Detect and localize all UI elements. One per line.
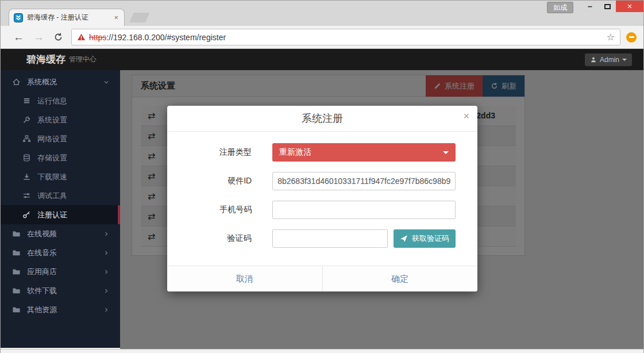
sidebar-item-register-auth[interactable]: 注册认证 bbox=[1, 205, 120, 224]
sidebar-item-label: 注册认证 bbox=[37, 210, 67, 220]
captcha-row: 验证码 获取验证码 bbox=[189, 229, 456, 248]
admin-user-menu[interactable]: Admin bbox=[585, 53, 632, 66]
register-type-label: 注册类型 bbox=[189, 147, 252, 158]
sidebar-item-label: 在线视频 bbox=[27, 229, 57, 239]
sliders-icon bbox=[22, 191, 32, 200]
home-icon bbox=[12, 78, 21, 86]
tab-close-icon[interactable]: × bbox=[113, 13, 119, 22]
minimize-button[interactable]: – bbox=[581, 1, 599, 12]
caret-down-icon bbox=[622, 59, 627, 61]
sidebar-item-app-store[interactable]: 应用商店 bbox=[1, 262, 120, 281]
wrench-icon bbox=[22, 116, 32, 124]
caret-down-icon bbox=[443, 151, 449, 154]
url-text: https://192.168.0.200/#system/register bbox=[89, 33, 226, 42]
sidebar-item-system-settings[interactable]: 系统设置 bbox=[1, 110, 120, 129]
hardware-id-label: 硬件ID bbox=[189, 176, 252, 186]
get-captcha-button[interactable]: 获取验证码 bbox=[394, 229, 456, 248]
folder-icon bbox=[12, 248, 21, 257]
chevron-right-icon bbox=[103, 268, 110, 275]
brand-title: 碧海缓存 bbox=[26, 53, 65, 66]
sidebar-item-online-video[interactable]: 在线视频 bbox=[1, 224, 120, 243]
sidebar-item-other-resources[interactable]: 其他资源 bbox=[1, 300, 120, 319]
tab-title: 碧海缓存 - 注册认证 bbox=[27, 13, 109, 22]
system-register-modal: 系统注册 × 注册类型 重新激活 硬件ID 手机号码 bbox=[167, 106, 477, 291]
sidebar-item-storage-settings[interactable]: 存储设置 bbox=[1, 148, 120, 167]
forward-button[interactable]: → bbox=[29, 32, 49, 43]
sidebar-item-online-music[interactable]: 在线音乐 bbox=[1, 243, 120, 262]
url-bar[interactable]: https://192.168.0.200/#system/register ☆ bbox=[71, 29, 620, 45]
phone-row: 手机号码 bbox=[189, 201, 456, 219]
hardware-id-input[interactable] bbox=[272, 172, 456, 190]
sidebar: 系统概况 运行信息 系统设置 网络设 bbox=[1, 70, 120, 348]
sidebar-item-system-overview[interactable]: 系统概况 bbox=[1, 72, 120, 91]
sidebar-item-debug-tools[interactable]: 调试工具 bbox=[1, 186, 120, 205]
confirm-button[interactable]: 确定 bbox=[323, 266, 478, 291]
paper-plane-icon bbox=[400, 235, 408, 243]
hardware-id-row: 硬件ID bbox=[189, 172, 456, 190]
app-header: 碧海缓存 管理中心 Admin bbox=[1, 49, 643, 70]
sidebar-item-label: 系统概况 bbox=[27, 77, 57, 87]
sidebar-item-label: 网络设置 bbox=[37, 134, 67, 144]
browser-tab[interactable]: 碧海缓存 - 注册认证 × bbox=[9, 9, 125, 26]
window-bottom-frame bbox=[1, 349, 643, 353]
titlebar: 碧海缓存 - 注册认证 × 如成 – × bbox=[1, 1, 643, 26]
chevron-right-icon bbox=[103, 231, 110, 237]
modal-close-icon[interactable]: × bbox=[463, 111, 469, 121]
register-type-select[interactable]: 重新激活 bbox=[272, 143, 456, 162]
sidebar-item-label: 存储设置 bbox=[37, 153, 67, 163]
back-button[interactable]: ← bbox=[9, 32, 29, 43]
sidebar-item-label: 调试工具 bbox=[37, 191, 67, 201]
download-icon bbox=[22, 172, 32, 181]
chevron-right-icon bbox=[103, 287, 110, 294]
chrome-profile-button[interactable]: 如成 bbox=[547, 2, 573, 13]
folder-icon bbox=[12, 267, 21, 276]
sidebar-item-label: 应用商店 bbox=[27, 267, 57, 277]
chevron-right-icon bbox=[103, 250, 110, 256]
sidebar-item-software-download[interactable]: 软件下载 bbox=[1, 281, 120, 300]
sidebar-item-network-settings[interactable]: 网络设置 bbox=[1, 129, 120, 148]
get-captcha-label: 获取验证码 bbox=[412, 233, 449, 244]
url-rest: ://192.168.0.200/#system/register bbox=[106, 33, 226, 42]
phone-input[interactable] bbox=[272, 201, 456, 219]
cancel-button[interactable]: 取消 bbox=[167, 266, 323, 291]
web-page: 碧海缓存 管理中心 Admin 系统概况 bbox=[1, 49, 643, 349]
sidebar-item-label: 系统设置 bbox=[37, 115, 67, 125]
modal-body: 注册类型 重新激活 硬件ID 手机号码 验证码 bbox=[167, 132, 477, 266]
chevron-right-icon bbox=[103, 306, 110, 313]
user-icon bbox=[590, 56, 597, 63]
maximize-button[interactable] bbox=[599, 1, 616, 12]
sidebar-item-download-limit[interactable]: 下载限速 bbox=[1, 167, 120, 186]
sidebar-item-label: 软件下载 bbox=[27, 286, 57, 296]
close-window-button[interactable]: × bbox=[616, 1, 643, 12]
folder-icon bbox=[12, 229, 21, 238]
captcha-input[interactable] bbox=[272, 229, 388, 248]
sidebar-item-label: 下载限速 bbox=[37, 172, 67, 182]
browser-window: 碧海缓存 - 注册认证 × 如成 – × ← → bbox=[0, 0, 644, 353]
admin-label: Admin bbox=[600, 56, 619, 64]
register-type-value: 重新激活 bbox=[279, 147, 311, 158]
window-controls: 如成 – × bbox=[547, 1, 643, 13]
sidebar-item-label: 其他资源 bbox=[27, 305, 57, 315]
sidebar-item-running-info[interactable]: 运行信息 bbox=[1, 91, 120, 110]
bookmark-star-icon[interactable]: ☆ bbox=[607, 32, 615, 43]
phone-label: 手机号码 bbox=[189, 205, 252, 215]
folder-icon bbox=[12, 305, 21, 314]
ssl-warning-icon bbox=[77, 33, 86, 41]
url-scheme-struck: https bbox=[89, 33, 106, 42]
folder-icon bbox=[12, 286, 21, 295]
modal-title: 系统注册 bbox=[302, 112, 343, 125]
modal-footer: 取消 确定 bbox=[167, 266, 477, 291]
favicon-download-icon bbox=[14, 13, 23, 22]
sidebar-item-label: 在线音乐 bbox=[27, 248, 57, 258]
adblock-extension-icon[interactable] bbox=[626, 32, 637, 43]
browser-toolbar: ← → https://192.168.0.200/#system/regist… bbox=[1, 26, 643, 49]
chevron-down-icon bbox=[103, 79, 110, 86]
server-icon bbox=[22, 97, 32, 105]
register-type-row: 注册类型 重新激活 bbox=[189, 143, 456, 162]
captcha-label: 验证码 bbox=[189, 233, 252, 244]
brand-subtitle: 管理中心 bbox=[69, 55, 97, 64]
new-tab-button[interactable] bbox=[129, 13, 150, 22]
reload-button[interactable] bbox=[49, 32, 68, 42]
database-icon bbox=[22, 154, 32, 162]
maximize-icon bbox=[604, 4, 611, 9]
